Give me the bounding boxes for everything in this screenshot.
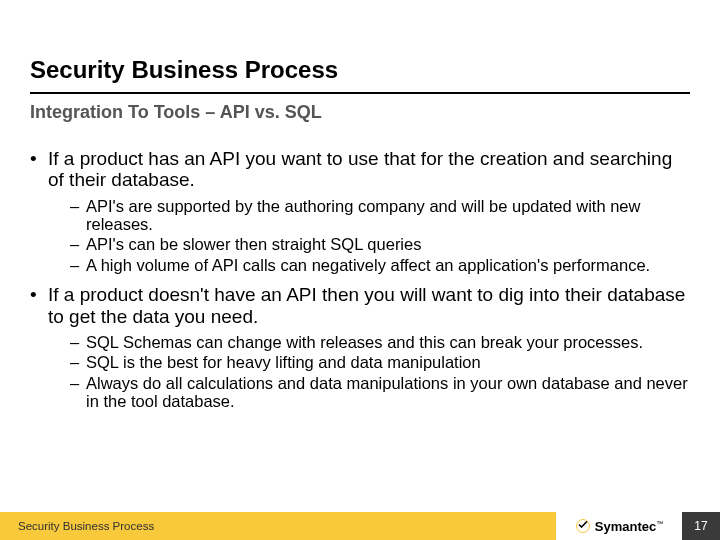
dash-marker: –: [70, 235, 86, 253]
dash-marker: –: [70, 374, 86, 411]
sub-text: A high volume of API calls can negativel…: [86, 256, 690, 274]
bullet-marker: •: [30, 148, 48, 191]
sub-list: –SQL Schemas can change with releases an…: [70, 333, 690, 411]
sub-text: API's can be slower then straight SQL qu…: [86, 235, 690, 253]
check-circle-icon: [575, 518, 591, 534]
dash-marker: –: [70, 197, 86, 234]
bullet-text: If a product has an API you want to use …: [48, 148, 690, 191]
sub-item: –SQL is the best for heavy lifting and d…: [70, 353, 690, 371]
sub-item: –A high volume of API calls can negative…: [70, 256, 690, 274]
bullet-item: • If a product has an API you want to us…: [30, 148, 690, 191]
brand-logo: Symantec™: [556, 512, 682, 540]
trademark: ™: [656, 519, 663, 526]
bullet-item: • If a product doesn't have an API then …: [30, 284, 690, 327]
sub-text: SQL is the best for heavy lifting and da…: [86, 353, 690, 371]
page-number: 17: [682, 512, 720, 540]
footer-bar: Security Business Process: [0, 512, 556, 540]
title-divider: [30, 92, 690, 94]
sub-item: –API's are supported by the authoring co…: [70, 197, 690, 234]
dash-marker: –: [70, 256, 86, 274]
sub-text: SQL Schemas can change with releases and…: [86, 333, 690, 351]
sub-text: API's are supported by the authoring com…: [86, 197, 690, 234]
slide-title: Security Business Process: [30, 56, 338, 84]
slide-subtitle: Integration To Tools – API vs. SQL: [30, 102, 322, 123]
dash-marker: –: [70, 333, 86, 351]
sub-item: –API's can be slower then straight SQL q…: [70, 235, 690, 253]
sub-item: –Always do all calculations and data man…: [70, 374, 690, 411]
sub-text: Always do all calculations and data mani…: [86, 374, 690, 411]
sub-item: –SQL Schemas can change with releases an…: [70, 333, 690, 351]
bullet-text: If a product doesn't have an API then yo…: [48, 284, 690, 327]
brand-name: Symantec: [595, 519, 656, 534]
sub-list: –API's are supported by the authoring co…: [70, 197, 690, 275]
dash-marker: –: [70, 353, 86, 371]
footer: Security Business Process Symantec™ 17: [0, 512, 720, 540]
bullet-marker: •: [30, 284, 48, 327]
footer-label: Security Business Process: [18, 520, 154, 532]
content-area: • If a product has an API you want to us…: [30, 142, 690, 411]
slide: Security Business Process Integration To…: [0, 0, 720, 540]
